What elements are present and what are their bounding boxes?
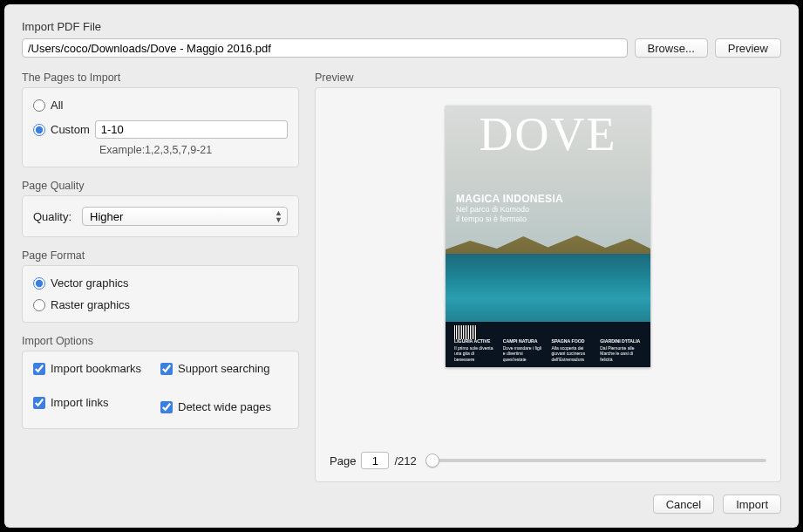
filepath-input[interactable] — [22, 38, 628, 58]
preview-panel: DOVE MAGICA INDONESIA Nel parco di Komod… — [315, 87, 781, 482]
pages-group-label: The Pages to Import — [22, 72, 299, 84]
import-links-input[interactable] — [33, 397, 45, 409]
pages-all-radio-input[interactable] — [33, 99, 45, 112]
format-raster-label: Raster graphics — [51, 298, 130, 311]
cover-col-0: LIGURIA ACTIVEIl primo sole diventa una … — [454, 338, 496, 362]
pages-panel: All Custom Example:1,2,3,5,7,9-21 — [22, 87, 299, 167]
cover-headline-sub2: il tempo si è fermato — [456, 215, 563, 224]
pages-custom-label: Custom — [51, 123, 90, 136]
cover-sea — [446, 254, 650, 328]
import-button[interactable]: Import — [723, 494, 781, 514]
detect-wide-label: Detect wide pages — [178, 400, 271, 413]
import-bookmarks-check[interactable]: Import bookmarks — [33, 362, 160, 375]
page-total: /212 — [394, 454, 416, 467]
pages-custom-radio[interactable]: Custom — [33, 120, 288, 139]
import-links-check[interactable]: Import links — [33, 396, 160, 409]
cover-col-1: CAMPI NATURADove mandare i figli e diver… — [503, 338, 545, 362]
pages-example: Example:1,2,3,5,7,9-21 — [99, 144, 288, 156]
quality-label: Quality: — [33, 210, 71, 223]
format-vector-radio[interactable]: Vector graphics — [33, 276, 288, 290]
support-searching-label: Support searching — [178, 362, 270, 375]
magazine-cover: DOVE MAGICA INDONESIA Nel parco di Komod… — [446, 106, 650, 367]
pages-all-label: All — [51, 99, 63, 112]
support-searching-input[interactable] — [160, 363, 173, 375]
options-panel: Import bookmarks Support searching Impor… — [22, 351, 299, 429]
cover-headline: MAGICA INDONESIA Nel parco di Komodo il … — [456, 193, 563, 224]
page-label: Page — [330, 454, 356, 467]
quality-select[interactable]: Higher — [82, 207, 288, 226]
page-nav: Page /212 — [324, 443, 772, 473]
filepath-row: Browse... Preview — [22, 38, 781, 58]
detect-wide-check[interactable]: Detect wide pages — [160, 396, 288, 418]
format-group-label: Page Format — [22, 249, 299, 262]
import-bookmarks-label: Import bookmarks — [51, 362, 141, 375]
import-links-label: Import links — [51, 396, 108, 409]
preview-area: DOVE MAGICA INDONESIA Nel parco di Komod… — [324, 97, 772, 443]
page-number-input[interactable] — [361, 452, 389, 469]
format-raster-radio[interactable]: Raster graphics — [33, 298, 288, 311]
preview-group-label: Preview — [315, 72, 781, 84]
detect-wide-input[interactable] — [160, 401, 173, 413]
cover-col-3: GIARDINI D'ITALIADal Piemonte alle March… — [600, 338, 642, 362]
quality-group-label: Page Quality — [22, 180, 299, 192]
pages-custom-input[interactable] — [95, 120, 288, 139]
preview-button[interactable]: Preview — [715, 38, 781, 58]
barcode-icon — [454, 325, 477, 339]
dialog-footer: Cancel Import — [22, 494, 781, 514]
quality-panel: Quality: Higher ▲▼ — [22, 195, 299, 237]
format-panel: Vector graphics Raster graphics — [22, 265, 299, 323]
cover-col-2: SPAGNA FOODAlla scoperta dei giovani coc… — [552, 338, 594, 362]
format-raster-radio-input[interactable] — [33, 299, 45, 311]
pages-all-radio[interactable]: All — [33, 99, 288, 112]
page-slider[interactable] — [425, 459, 766, 462]
options-group-label: Import Options — [22, 335, 299, 347]
cover-headline-sub1: Nel parco di Komodo — [456, 205, 563, 215]
cover-footer: LIGURIA ACTIVEIl primo sole diventa una … — [446, 338, 650, 362]
cover-title: DOVE — [446, 111, 650, 158]
browse-button[interactable]: Browse... — [635, 38, 708, 58]
support-searching-check[interactable]: Support searching — [160, 362, 288, 375]
pages-custom-radio-input[interactable] — [33, 124, 45, 136]
format-vector-radio-input[interactable] — [33, 277, 45, 290]
format-vector-label: Vector graphics — [51, 276, 129, 290]
import-pdf-dialog: Import PDF File Browse... Preview The Pa… — [4, 4, 799, 528]
dialog-title: Import PDF File — [22, 20, 781, 33]
cover-headline-main: MAGICA INDONESIA — [456, 193, 563, 205]
cancel-button[interactable]: Cancel — [653, 494, 714, 514]
import-bookmarks-input[interactable] — [33, 363, 45, 375]
